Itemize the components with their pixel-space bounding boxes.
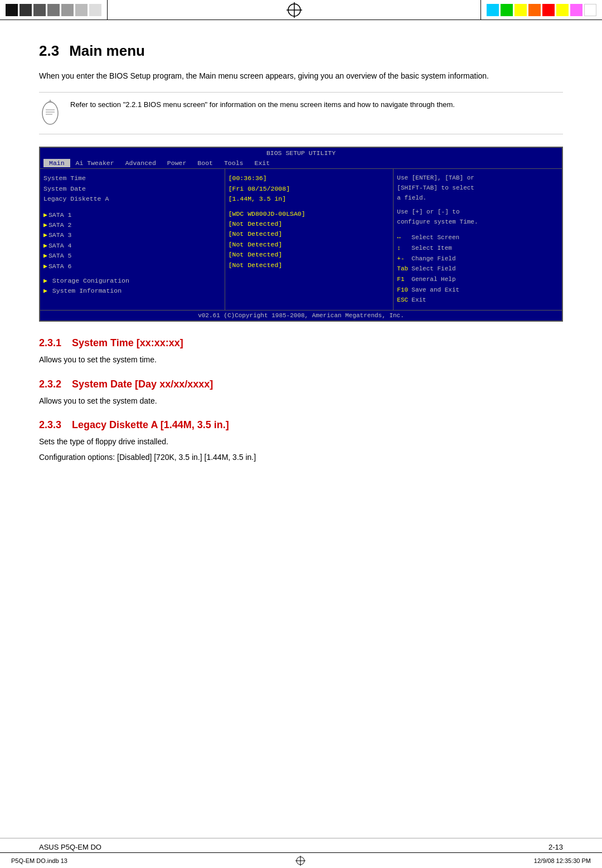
bios-menu-aitweaker[interactable]: Ai Tweaker — [70, 159, 120, 167]
color-blocks-right — [480, 0, 602, 20]
section-2-3-3-body2: Configuration options: [Disabled] [720K,… — [39, 451, 563, 463]
bios-key-exit-label: Exit — [411, 295, 426, 306]
color-block-white — [584, 4, 596, 16]
bios-key-f10: F10 — [397, 285, 409, 295]
bios-system-date-label: System Date — [43, 184, 221, 194]
bios-key-save-exit: F10 Save and Exit — [397, 285, 559, 295]
section-2-3-3-num: 2.3.3 — [39, 419, 61, 430]
page-footer: ASUS P5Q-EM DO 2-13 — [0, 838, 602, 851]
bios-date-value: [Fri 08/15/2008] — [229, 184, 390, 194]
bios-key-esc: ESC — [397, 295, 409, 306]
bios-key-f1: F1 — [397, 274, 409, 285]
section-2-3-3-body1: Sets the type of floppy drive installed. — [39, 435, 563, 448]
bios-sata5-value: [Not Detected] — [229, 250, 390, 260]
bios-key-select-item-label: Select Item — [411, 243, 452, 254]
bios-help-line1: Use [ENTER], [TAB] or — [397, 173, 559, 183]
color-blocks-left — [0, 0, 108, 20]
footer-page-num: 2-13 — [548, 843, 563, 851]
bios-middle-col: [00:36:36] [Fri 08/15/2008] [1.44M, 3.5 … — [225, 169, 394, 310]
top-bar — [0, 0, 602, 20]
color-block-cyan — [487, 4, 499, 16]
color-block-green — [501, 4, 513, 16]
bios-sata4-value: [Not Detected] — [229, 240, 390, 250]
bios-sata2-value: [Not Detected] — [229, 219, 390, 229]
bios-legacy-diskette-label: Legacy Diskette A — [43, 194, 221, 204]
bios-basic-group: System Time System Date Legacy Diskette … — [43, 173, 221, 204]
chapter-heading: 2.3Main menu — [39, 42, 563, 60]
section-2-3-3-heading: 2.3.3 Legacy Diskette A [1.44M, 3.5 in.] — [39, 419, 563, 431]
section-2-3-1-body: Allows you to set the system time. — [39, 353, 563, 366]
intro-text: When you enter the BIOS Setup program, t… — [39, 70, 563, 82]
bios-key-arrows-lr: ↔ — [397, 232, 409, 243]
bios-diskette-value: [1.44M, 3.5 in] — [229, 194, 390, 204]
bios-screen-wrapper: BIOS SETUP UTILITY Main Ai Tweaker Advan… — [39, 147, 563, 322]
bios-key-select-field: Tab Select Field — [397, 264, 559, 274]
bios-sysinfo-label: ▶ System Information — [43, 286, 221, 296]
section-2-3-1-title: System Time [xx:xx:xx] — [72, 337, 183, 348]
color-block — [61, 4, 74, 16]
color-block-red — [542, 4, 555, 16]
bottom-bar: P5Q-EM DO.indb 13 12/9/08 12:35:30 PM — [0, 852, 602, 868]
color-block-yellow — [514, 4, 527, 16]
bios-menu-boot[interactable]: Boot — [192, 159, 219, 167]
bios-sata1-label: ▶ SATA 1 — [43, 210, 221, 220]
bios-key-save-exit-label: Save and Exit — [411, 285, 459, 295]
bios-storage-label: ▶ Storage Coniguration — [43, 276, 221, 286]
bios-sata5-label: ▶ SATA 5 — [43, 251, 221, 261]
crosshair-icon-bottom — [295, 856, 305, 866]
pen-icon — [40, 100, 60, 127]
note-box: Refer to section "2.2.1 BIOS menu screen… — [39, 92, 563, 134]
section-2-3-2-heading: 2.3.2 System Date [Day xx/xx/xxxx] — [39, 379, 563, 390]
color-block — [6, 4, 18, 16]
bios-help-line2: [SHIFT-TAB] to select — [397, 183, 559, 193]
bios-menu-exit[interactable]: Exit — [249, 159, 275, 167]
chapter-title: Main menu — [69, 42, 145, 59]
note-text: Refer to section "2.2.1 BIOS menu screen… — [70, 99, 455, 110]
color-block — [47, 4, 60, 16]
bios-sata6-value: [Not Detected] — [229, 260, 390, 270]
color-block — [75, 4, 88, 16]
color-block — [89, 4, 101, 16]
note-icon — [39, 99, 61, 127]
page-content: 2.3Main menu When you enter the BIOS Set… — [0, 20, 602, 489]
bios-key-general-help-label: General Help — [411, 274, 455, 285]
bios-sata3-label: ▶ SATA 3 — [43, 230, 221, 240]
section-2-3-2-num: 2.3.2 — [39, 379, 61, 390]
color-block-orange — [528, 4, 541, 16]
bottom-bar-right: 12/9/08 12:35:30 PM — [534, 857, 591, 864]
section-2-3-1-num: 2.3.1 — [39, 337, 61, 348]
bios-help-line5: configure system Time. — [397, 217, 559, 227]
bios-sata2-label: ▶ SATA 2 — [43, 220, 221, 230]
bios-menu-bar: Main Ai Tweaker Advanced Power Boot Tool… — [40, 158, 562, 168]
bios-menu-power[interactable]: Power — [162, 159, 192, 167]
bios-menu-advanced[interactable]: Advanced — [120, 159, 162, 167]
bios-body: System Time System Date Legacy Diskette … — [40, 168, 562, 310]
bios-help-text: Use [ENTER], [TAB] or [SHIFT-TAB] to sel… — [397, 173, 559, 227]
bios-title: BIOS SETUP UTILITY — [266, 149, 336, 157]
bios-key-change-field-label: Change Field — [411, 254, 455, 264]
bios-key-general-help: F1 General Help — [397, 274, 559, 285]
bios-left-col: System Time System Date Legacy Diskette … — [40, 169, 225, 310]
bios-sata6-label: ▶ SATA 6 — [43, 261, 221, 271]
bios-menu-tools[interactable]: Tools — [219, 159, 249, 167]
bios-time-value: [00:36:36] — [229, 173, 390, 183]
bios-key-change-field: +- Change Field — [397, 254, 559, 264]
bios-sata-group: ▶ SATA 1 ▶ SATA 2 ▶ SATA 3 ▶ SATA 4 ▶ SA… — [43, 210, 221, 271]
bios-footer: v02.61 (C)Copyright 1985-2008, American … — [40, 310, 562, 321]
section-2-3-2-title: System Date [Day xx/xx/xxxx] — [72, 379, 213, 390]
bios-sata3-value: [Not Detected] — [229, 229, 390, 239]
bios-menu-main[interactable]: Main — [43, 159, 70, 167]
bios-screen: BIOS SETUP UTILITY Main Ai Tweaker Advan… — [39, 147, 563, 322]
section-2-3-1-heading: 2.3.1 System Time [xx:xx:xx] — [39, 337, 563, 349]
section-2-3-3-title: Legacy Diskette A [1.44M, 3.5 in.] — [72, 419, 229, 430]
crosshair-center — [108, 0, 480, 20]
section-2-3-2-body: Allows you to set the system date. — [39, 395, 563, 407]
bios-right-col: Use [ENTER], [TAB] or [SHIFT-TAB] to sel… — [394, 169, 562, 310]
color-block-pink — [570, 4, 582, 16]
bottom-bar-center-crosshair — [295, 856, 305, 866]
chapter-num: 2.3 — [39, 42, 59, 59]
color-block-yellow2 — [556, 4, 569, 16]
svg-point-3 — [42, 102, 58, 124]
bios-key-plusminus: +- — [397, 254, 409, 264]
footer-model: ASUS P5Q-EM DO — [39, 843, 101, 851]
